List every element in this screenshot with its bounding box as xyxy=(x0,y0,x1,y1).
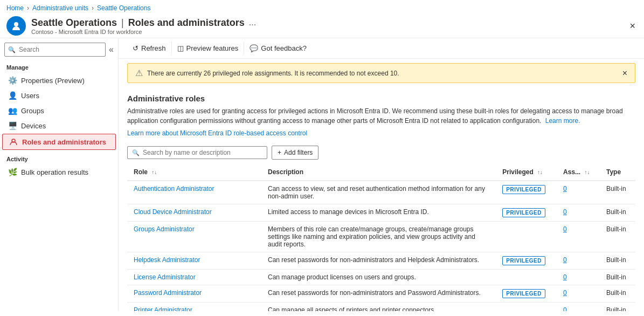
svg-point-0 xyxy=(14,22,18,26)
users-icon: 👤 xyxy=(8,91,17,100)
role-link[interactable]: Printer Administrator xyxy=(134,306,192,311)
col-assignments[interactable]: Ass... ↑↓ xyxy=(557,164,600,181)
learn-more-inline-link[interactable]: Learn more. xyxy=(545,117,580,125)
preview-label: Preview features xyxy=(186,44,239,52)
cell-description: Can access to view, set and reset authen… xyxy=(261,181,496,204)
header-dots[interactable]: ... xyxy=(249,18,256,28)
sidebar-item-bulk[interactable]: 🌿 Bulk operation results xyxy=(0,164,118,180)
cell-type: Built-in xyxy=(600,222,635,252)
section-title: Administrative roles xyxy=(127,94,635,103)
cell-privileged: PRIVILEGED xyxy=(496,181,557,204)
cell-description: Can reset passwords for non-administrato… xyxy=(261,252,496,270)
sidebar-item-users[interactable]: 👤 Users xyxy=(0,88,118,103)
activity-section-label: Activity xyxy=(0,150,118,164)
assignment-count-link[interactable]: 0 xyxy=(563,289,567,297)
cell-assignments: 0 xyxy=(557,204,600,222)
table-header: Role ↑↓ Description Privileged ↑↓ Ass...… xyxy=(127,164,635,181)
filter-search-input[interactable] xyxy=(143,149,262,156)
roles-table: Role ↑↓ Description Privileged ↑↓ Ass...… xyxy=(127,164,635,311)
assignments-sort-icon: ↑↓ xyxy=(584,169,590,175)
close-button[interactable]: × xyxy=(627,18,638,34)
cell-description: Can reset passwords for non-administrato… xyxy=(261,285,496,303)
cell-role-name: Authentication Administrator xyxy=(127,181,261,204)
sidebar-item-label-properties: Properties (Preview) xyxy=(21,77,85,85)
assignment-count-link[interactable]: 0 xyxy=(563,306,567,311)
sidebar-item-groups[interactable]: 👥 Groups xyxy=(0,103,118,118)
breadcrumb-admin-units[interactable]: Administrative units xyxy=(32,4,88,12)
col-description: Description xyxy=(261,164,496,181)
cell-type: Built-in xyxy=(600,252,635,270)
col-type: Type xyxy=(600,164,635,181)
table-header-row: Role ↑↓ Description Privileged ↑↓ Ass...… xyxy=(127,164,635,181)
privileged-badge: PRIVILEGED xyxy=(502,208,545,217)
sidebar-item-roles[interactable]: Roles and administrators xyxy=(2,134,116,150)
table-container: Role ↑↓ Description Privileged ↑↓ Ass...… xyxy=(119,164,644,311)
cell-role-name: License Administrator xyxy=(127,270,261,285)
org-name: Seattle Operations xyxy=(31,17,117,29)
role-link[interactable]: License Administrator xyxy=(134,273,196,281)
role-link[interactable]: Authentication Administrator xyxy=(134,185,214,193)
assignment-count-link[interactable]: 0 xyxy=(563,185,567,193)
bulk-icon: 🌿 xyxy=(8,168,17,176)
add-filters-label: Add filters xyxy=(284,149,313,156)
cell-privileged: PRIVILEGED xyxy=(496,285,557,303)
sidebar-item-label-groups: Groups xyxy=(21,107,44,115)
sidebar-item-devices[interactable]: 🖥️ Devices xyxy=(0,118,118,133)
cell-role-name: Printer Administrator xyxy=(127,303,261,312)
section-desc: Administrative roles are used for granti… xyxy=(127,106,635,126)
collapse-icon[interactable]: « xyxy=(109,45,114,54)
org-icon xyxy=(11,20,22,31)
assignment-count-link[interactable]: 0 xyxy=(563,208,567,216)
sidebar-item-properties[interactable]: ⚙️ Properties (Preview) xyxy=(0,73,118,88)
cell-assignments: 0 xyxy=(557,252,600,270)
assignment-count-link[interactable]: 0 xyxy=(563,225,567,233)
cell-type: Built-in xyxy=(600,285,635,303)
sidebar-item-label-roles: Roles and administrators xyxy=(22,138,106,146)
role-link[interactable]: Helpdesk Administrator xyxy=(134,256,200,264)
role-link[interactable]: Password Administrator xyxy=(134,289,202,297)
title-divider: | xyxy=(121,17,124,29)
assignment-count-link[interactable]: 0 xyxy=(563,256,567,264)
cell-assignments: 0 xyxy=(557,181,600,204)
role-link[interactable]: Groups Administrator xyxy=(134,225,195,233)
cell-type: Built-in xyxy=(600,303,635,312)
table-row: Printer AdministratorCan manage all aspe… xyxy=(127,303,635,312)
search-icon: 🔍 xyxy=(8,46,16,53)
page-title: Seattle Operations | Roles and administr… xyxy=(31,17,256,29)
table-body: Authentication AdministratorCan access t… xyxy=(127,181,635,311)
privileged-sort-icon: ↑↓ xyxy=(537,169,543,175)
feedback-button[interactable]: 💬 Got feedback? xyxy=(244,42,312,55)
col-privileged[interactable]: Privileged ↑↓ xyxy=(496,164,557,181)
banner-close-button[interactable]: × xyxy=(622,68,627,78)
warning-banner: ⚠ There are currently 26 privileged role… xyxy=(127,63,635,83)
table-row: Cloud Device AdministratorLimited access… xyxy=(127,204,635,222)
preview-features-button[interactable]: ◫ Preview features xyxy=(172,42,245,55)
breadcrumb-current[interactable]: Seattle Operations xyxy=(97,4,150,12)
toolbar: ↺ Refresh ◫ Preview features 💬 Got feedb… xyxy=(119,38,644,59)
role-link[interactable]: Cloud Device Administrator xyxy=(134,208,212,216)
table-row: Password AdministratorCan reset password… xyxy=(127,285,635,303)
cell-description: Can manage product licenses on users and… xyxy=(261,270,496,285)
content-area: ↺ Refresh ◫ Preview features 💬 Got feedb… xyxy=(119,38,644,311)
warning-icon: ⚠ xyxy=(135,68,143,78)
cell-description: Limited access to manage devices in Micr… xyxy=(261,204,496,222)
add-filters-button[interactable]: + Add filters xyxy=(272,146,318,160)
refresh-button[interactable]: ↺ Refresh xyxy=(127,42,172,55)
breadcrumb-sep1: › xyxy=(27,4,29,12)
breadcrumb-home[interactable]: Home xyxy=(6,4,24,12)
cell-description: Members of this role can create/manage g… xyxy=(261,222,496,252)
properties-icon: ⚙️ xyxy=(8,76,17,85)
page-section-title: Roles and administrators xyxy=(128,17,245,29)
col-role[interactable]: Role ↑↓ xyxy=(127,164,261,181)
cell-role-name: Password Administrator xyxy=(127,285,261,303)
cell-assignments: 0 xyxy=(557,285,600,303)
feedback-label: Got feedback? xyxy=(261,44,307,52)
refresh-icon: ↺ xyxy=(133,44,139,52)
refresh-label: Refresh xyxy=(141,44,166,52)
sidebar-item-label-users: Users xyxy=(21,92,39,100)
search-input[interactable] xyxy=(4,43,106,57)
preview-icon: ◫ xyxy=(177,44,184,52)
assignment-count-link[interactable]: 0 xyxy=(563,273,567,281)
learn-more-rbac-link[interactable]: Learn more about Microsoft Entra ID role… xyxy=(127,129,307,137)
cell-role-name: Cloud Device Administrator xyxy=(127,204,261,222)
